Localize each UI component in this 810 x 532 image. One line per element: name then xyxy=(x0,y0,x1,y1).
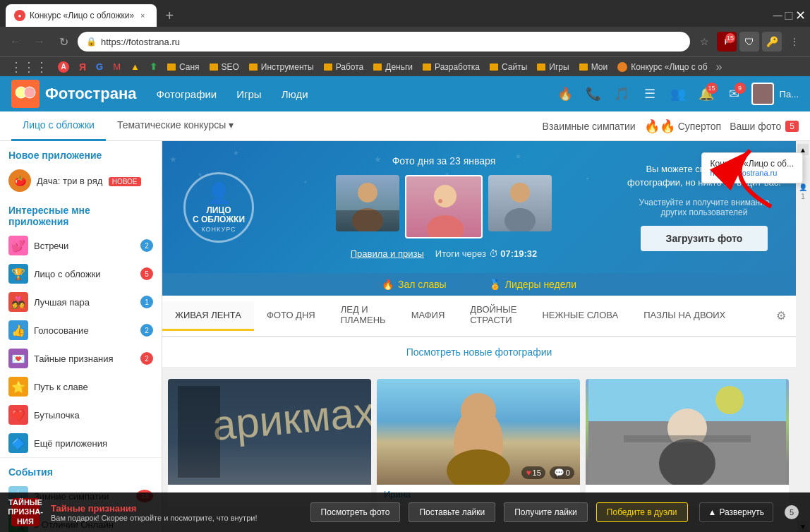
contest-logo: 👤 ЛИЦО С ОБЛОЖКИ КОНКУРС xyxy=(176,165,261,250)
cover-icon: 🏆 xyxy=(8,264,28,284)
bookmark-google-a[interactable]: A xyxy=(54,60,73,74)
bottom-action-give-likes[interactable]: Поставьте лайки xyxy=(409,502,495,522)
cat-tab-live[interactable]: ЖИВАЯ ЛЕНТА xyxy=(162,301,254,331)
extension-icon-1[interactable]: 🛡 xyxy=(739,32,759,52)
extension-icon-3[interactable]: ⋮ xyxy=(785,32,804,52)
user-avatar[interactable] xyxy=(751,83,774,105)
bookmarks-more-button[interactable]: » xyxy=(713,59,725,75)
profile-extension[interactable]: F 15 xyxy=(717,32,737,52)
your-photos-link[interactable]: Ваши фото 5 xyxy=(730,121,799,132)
user-name[interactable]: Па... xyxy=(780,89,799,99)
promo-app[interactable]: 🍅 Дача: три в ряд НОВОЕ xyxy=(0,165,162,196)
sidebar-item-bestpair[interactable]: 💑 Лучшая пара 1 xyxy=(0,288,162,316)
header-icon-phone[interactable]: 📞 xyxy=(582,83,605,105)
header-icon-bell[interactable]: 🔔 15 xyxy=(695,83,718,105)
bookmark-sanya[interactable]: Саня xyxy=(163,61,204,73)
cat-tab-tender[interactable]: НЕЖНЫЕ СЛОВА xyxy=(529,301,631,331)
bookmark-instruments[interactable]: Инструменты xyxy=(245,61,318,73)
contest-photo-main[interactable] xyxy=(405,175,483,238)
sidebar-item-cover[interactable]: 🏆 Лицо с обложки 5 xyxy=(0,260,162,288)
bottom-action-duel[interactable]: Победите в дуэли xyxy=(596,502,688,522)
cat-tab-double[interactable]: ДВОЙНЫЕСТРАСТИ xyxy=(457,296,529,336)
bookmark-gmail[interactable]: M xyxy=(109,60,125,73)
sidebar-item-secrets[interactable]: 💌 Тайные признания 2 xyxy=(0,344,162,373)
cat-tab-photoday[interactable]: ФОТО ДНЯ xyxy=(254,301,328,331)
address-bar[interactable]: 🔒 https://fotostrana.ru xyxy=(78,32,690,52)
bookmark-money[interactable]: Деньги xyxy=(369,61,417,73)
nav-people[interactable]: Люди xyxy=(273,84,317,104)
header-icon-music[interactable]: 🎵 xyxy=(610,83,633,105)
trophy-icon: 🏅 xyxy=(489,279,501,290)
header-icon-people[interactable]: 👥 xyxy=(667,83,689,105)
svg-rect-18 xyxy=(178,386,220,478)
bookmark-analytics[interactable]: ▲ xyxy=(126,60,144,73)
bookmark-google[interactable]: G xyxy=(92,60,107,73)
hall-of-fame-link[interactable]: 🔥 Зал славы xyxy=(382,279,447,290)
forward-button[interactable]: → xyxy=(30,32,49,52)
tab-close-button[interactable]: × xyxy=(137,10,148,21)
photo-card-2: ♥ 15 💬 0 Ирина xyxy=(377,379,580,507)
header-icon-list[interactable]: ☰ xyxy=(639,83,661,105)
bookmark-seo[interactable]: SEO xyxy=(205,61,243,73)
subnav-cover[interactable]: Лицо с обложки xyxy=(11,111,106,141)
bookmark-contest[interactable]: Конкурс «Лицо с об xyxy=(613,61,711,73)
bookmark-mine[interactable]: Мои xyxy=(575,61,612,73)
nav-photos[interactable]: Фотографии xyxy=(148,84,226,104)
subnav-thematic[interactable]: Тематические конкурсы ▾ xyxy=(106,111,245,141)
maximize-button[interactable]: □ xyxy=(785,11,793,20)
rules-link[interactable]: Правила и призы xyxy=(351,248,424,259)
page-content: Фотострана Фотографии Игры Люди 🔥 📞 🎵 ☰ … xyxy=(0,76,810,532)
bottom-icon-text: ТАЙНЫЕПРИЗНА-НИЯ xyxy=(8,498,43,526)
bookmark-apps[interactable]: ⋮⋮⋮ xyxy=(6,59,52,75)
sub-header: Лицо с обложки Тематические конкурсы ▾ В… xyxy=(0,111,810,141)
svg-point-13 xyxy=(427,215,464,238)
bookmarks-bar: ⋮⋮⋮ A Я G M ▲ ⬆ Саня SEO Инструмент xyxy=(0,56,810,76)
site-logo[interactable]: Фотострана xyxy=(11,80,137,108)
upload-photo-button[interactable]: Загрузить фото xyxy=(641,226,768,251)
active-tab[interactable]: Конкурс «Лицо с обложки» × xyxy=(6,4,157,27)
back-button[interactable]: ← xyxy=(6,32,25,52)
bookmark-sites[interactable]: Сайты xyxy=(485,61,531,73)
header-icon-fire[interactable]: 🔥 xyxy=(554,83,576,105)
cat-tab-settings-icon[interactable]: ⚙ xyxy=(766,302,796,330)
header-icon-envelope[interactable]: ✉ 9 xyxy=(723,83,746,105)
contest-photo-1[interactable] xyxy=(336,175,399,231)
refresh-button[interactable]: ↻ xyxy=(54,32,73,52)
sidebar-item-voting[interactable]: 👍 Голосование 2 xyxy=(0,316,162,344)
bottom-count-badge: 5 xyxy=(785,505,799,519)
sympathy-link[interactable]: Взаимные симпатии xyxy=(543,121,636,132)
bookmark-dev[interactable]: Разработка xyxy=(418,61,484,73)
bottom-action-get-likes[interactable]: Получите лайки xyxy=(504,502,588,522)
sidebar-item-bottle[interactable]: ❤️ Бутылочка xyxy=(0,401,162,429)
bookmark-trends[interactable]: ⬆ xyxy=(145,60,162,73)
close-window-button[interactable]: ✕ xyxy=(796,11,804,20)
svg-point-10 xyxy=(358,183,377,202)
sidebar-item-glory[interactable]: ⭐ Путь к славе xyxy=(0,373,162,401)
bookmark-games[interactable]: Игры xyxy=(533,61,573,73)
see-new-link[interactable]: Посмотреть новые фотографии xyxy=(406,346,552,358)
cat-tab-icefire[interactable]: ЛЕД ИПЛАМЕНЬ xyxy=(328,296,399,336)
bottom-action-view-photos[interactable]: Посмотреть фото xyxy=(310,502,401,522)
photo-thumb-3[interactable] xyxy=(586,379,789,485)
photo-thumb-1[interactable]: арикмах xyxy=(168,379,371,485)
photo-thumb-2[interactable]: ♥ 15 💬 0 xyxy=(377,379,580,485)
week-leaders-link[interactable]: 🏅 Лидеры недели xyxy=(489,279,576,290)
bookmark-work[interactable]: Работа xyxy=(320,61,368,73)
hall-strip: 🔥 Зал славы 🏅 Лидеры недели xyxy=(162,273,796,296)
extension-icon-2[interactable]: 🔑 xyxy=(762,32,782,52)
cat-tab-mafia[interactable]: МАФИЯ xyxy=(399,301,458,331)
minimize-button[interactable]: ─ xyxy=(773,11,782,20)
sidebar-item-more-apps[interactable]: 🔷 Ещё приложения xyxy=(0,429,162,457)
star-button[interactable]: ☆ xyxy=(694,32,714,52)
cat-tab-puzzles[interactable]: ПАЗЛЫ НА ДВОИХ xyxy=(631,301,738,331)
new-tab-button[interactable]: + xyxy=(159,6,179,25)
bestpair-count: 1 xyxy=(140,296,153,308)
nav-games[interactable]: Игры xyxy=(228,84,270,104)
supertop-link[interactable]: 🔥🔥 Супертоп xyxy=(644,119,722,134)
sidebar-item-meetings[interactable]: 💕 Встречи 2 xyxy=(0,231,162,260)
contest-photo-3[interactable] xyxy=(488,175,552,231)
secrets-count: 2 xyxy=(140,352,153,365)
bookmark-yandex[interactable]: Я xyxy=(75,60,90,74)
tooltip-title: Конкурс «Лицо с об... xyxy=(711,159,794,169)
bottom-expand-button[interactable]: ▲ Развернуть xyxy=(699,502,774,522)
